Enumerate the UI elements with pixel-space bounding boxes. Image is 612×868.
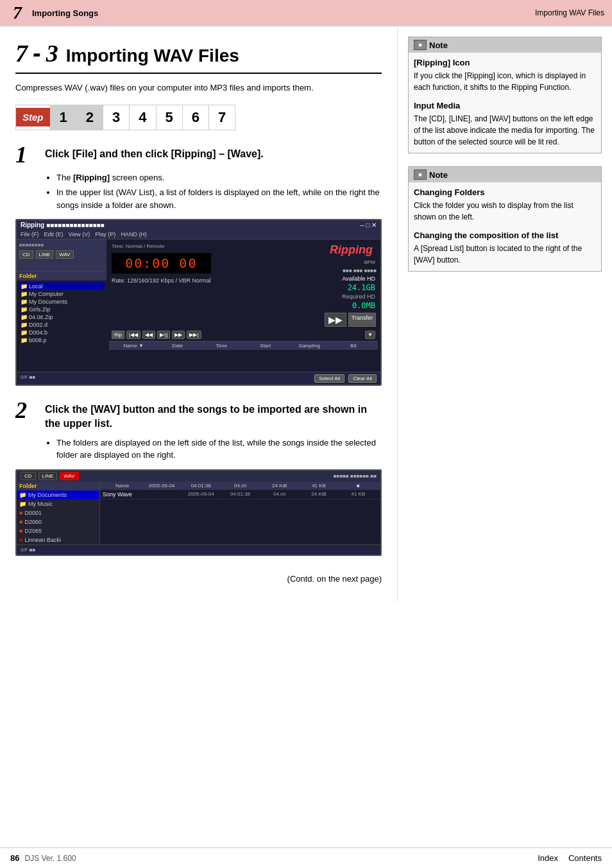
btn-select-all: Select All <box>314 374 344 383</box>
col-name: Name ▼ <box>112 343 156 349</box>
ss1-list-area <box>109 350 378 369</box>
folder-icon-b008: 📁 <box>21 337 28 343</box>
ss2-col-ch: 04.ch <box>222 483 259 489</box>
bold-ripping: [Ripping] <box>73 173 110 182</box>
ss2-song-ch: 04.ch <box>260 491 299 497</box>
note-1-text-2: The [CD], [LINE], and [WAV] buttons on t… <box>414 113 596 148</box>
note-2-text-1: Click the folder you wish to display fro… <box>414 200 596 223</box>
nav-fwd: ▶▶ <box>325 313 346 327</box>
version-label: DJS Ver. 1.600 <box>24 854 76 863</box>
contd-text: (Contd. on the next page) <box>15 569 382 589</box>
step-4: 4 <box>129 105 155 130</box>
ss1-hdd-req-val: 0.0MB <box>323 300 378 311</box>
bullet-1-1: The [Ripping] screen opens. <box>56 171 382 184</box>
ss2-folder-mydocs: 📁 My Documents <box>17 490 99 499</box>
ss2-song-name: Sony Wave <box>103 491 182 498</box>
ctrl-play: ▶/|| <box>157 331 170 339</box>
page-title-area: 7 - 3 Importing WAV Files <box>15 39 382 67</box>
col-bit: Bit <box>332 343 376 349</box>
folder-d002: 📁 D002.d <box>19 321 105 329</box>
step-1-number: 1 <box>15 143 38 166</box>
step-2-title: Click the [WAV] button and the songs to … <box>45 399 382 431</box>
ss2-folder-header: Folder <box>17 482 99 490</box>
folder-mydocs: 📁 My Documents <box>19 298 105 306</box>
note-box-2: ■ Note Changing Folders Click the folder… <box>408 166 602 272</box>
title-chapter-num: 7 <box>15 39 28 67</box>
folder-icon-d004: 📁 <box>21 329 28 336</box>
ss1-top-row: Time: Normal / Remote 00:00 00 Rate: 128… <box>109 242 378 329</box>
ss1-hdd-available: Available HD <box>323 275 378 282</box>
note-1-subtitle-1: [Ripping] Icon <box>414 58 596 67</box>
ss1-input-btns: CD LINE WAV <box>19 250 104 259</box>
step-1-title: Click [File] and then click [Ripping] – … <box>45 143 264 161</box>
footer-links: Index Contents <box>538 853 602 863</box>
ss2-icon-mymusic: 📁 <box>19 501 26 507</box>
ss2-folder-d2065: ■ D2065 <box>17 526 99 535</box>
ss2-icon-d0001: ■ <box>19 510 22 516</box>
menu-edit: Edit (E) <box>44 231 64 238</box>
header-bar: 7 Importing Songs Importing WAV Files <box>0 0 612 26</box>
folder-d004: 📁 D004.b <box>19 329 105 336</box>
ctrl-next: ▶▶ <box>172 331 185 339</box>
ss2-bottom: 0/F ■■ <box>17 544 380 555</box>
note-2-icon: ■ <box>414 169 427 180</box>
ss2-folder-d0001: ■ D0001 <box>17 508 99 517</box>
ss2-col-date: 2005-09-04 <box>143 483 180 489</box>
ss1-body: ■■■■■■■■ CD LINE WAV Folder 📁 Local 📁 My… <box>17 239 380 372</box>
note-2-title: Note <box>429 170 448 180</box>
index-link[interactable]: Index <box>538 853 558 863</box>
ss1-hdd-required: Required HD <box>323 293 378 300</box>
ss1-rate-text: Rate: 128/160/192 Kbps / VBR Normal <box>109 276 214 285</box>
ss1-left-panels: ■■■■■■■■ CD LINE WAV Folder 📁 Local 📁 My… <box>17 239 106 372</box>
btn-cd: CD <box>19 250 33 259</box>
ss1-page-indicator: 0/F ■■ <box>21 374 35 383</box>
note-1-subtitle-2: Input Media <box>414 101 596 110</box>
folder-mycomputer: 📁 My Computer <box>19 290 105 298</box>
step-1: 1 <box>50 105 76 130</box>
bullet-1-2: In the upper list (WAV List), a list of … <box>56 186 382 211</box>
ss2-icon-d2065: ■ <box>19 528 22 534</box>
ctrl-next-next: ▶▶| <box>187 331 201 339</box>
screenshot-1: Ripping ■■■■■■■■■■■■■■■ – □ ✕ File (F) E… <box>15 219 382 386</box>
title-sub-num: 3 <box>46 39 58 67</box>
ss1-menubar: File (F) Edit (E) View (V) Play (P) HAND… <box>17 230 380 239</box>
ss1-nav-btns: ▶▶ Transfer <box>323 311 378 329</box>
step-3: 3 <box>103 105 129 130</box>
contents-link[interactable]: Contents <box>568 853 602 863</box>
main-layout: 7 - 3 Importing WAV Files Compresses WAV… <box>0 26 612 602</box>
folder-icon-mydocs: 📁 <box>21 299 28 305</box>
note-1-text-1: If you click the [Ripping] icon, which i… <box>414 70 596 93</box>
ss2-song-size: 24 KiB <box>299 491 338 497</box>
ss1-dj-area: ■■■■■■■■ CD LINE WAV <box>17 239 106 272</box>
step-section-1: 1 Click [File] and then click [Ripping] … <box>15 143 382 386</box>
chapter-title: Importing Songs <box>32 8 98 18</box>
left-content: 7 - 3 Importing WAV Files Compresses WAV… <box>0 26 398 602</box>
note-2-subtitle-1: Changing Folders <box>414 187 596 197</box>
step-5: 5 <box>156 105 182 130</box>
bullet-2-1: The folders are displayed on the left si… <box>56 437 382 462</box>
ss2-body: Folder 📁 My Documents 📁 My Music ■ D0001… <box>17 482 380 544</box>
ss1-bpm-label: BPM <box>323 258 378 266</box>
btn-wav: WAV <box>56 250 73 259</box>
ss2-col-extra: 41 KB <box>300 483 337 489</box>
folder-d406: 📁 04.06.Zip <box>19 313 105 321</box>
ss2-song-date: 2005-09-04 <box>182 491 221 497</box>
note-box-1: ■ Note [Ripping] Icon If you click the [… <box>408 37 602 153</box>
ss1-title: Ripping ■■■■■■■■■■■■■■■ <box>21 221 105 229</box>
title-dash: - <box>33 40 41 67</box>
nav-transfer: Transfer <box>348 313 376 327</box>
ss2-btn-cd: CD <box>21 472 36 480</box>
step-2-heading: 2 Click the [WAV] button and the songs t… <box>15 399 382 431</box>
title-text: Importing WAV Files <box>66 46 239 66</box>
menu-view: View (V) <box>69 231 90 238</box>
col-sampling: Sampling <box>287 343 332 349</box>
footer-left: 86 DJS Ver. 1.600 <box>10 853 76 863</box>
screenshot-2: CD LINE WAV ■■■■■ ■■■■■■ ■■ Folder 📁 My … <box>15 469 382 556</box>
footer: 86 DJS Ver. 1.600 Index Contents <box>0 847 612 868</box>
step-1-bullets: The [Ripping] screen opens. In the upper… <box>46 171 382 212</box>
ss2-col-last: ■ <box>340 483 377 489</box>
ss2-right-area: Name 2005-09-04 04:01:38 04.ch 24 KiB 41… <box>100 482 380 544</box>
ss2-btn-wav: WAV <box>60 472 78 480</box>
step-label: Step <box>16 108 50 126</box>
folder-icon-girls: 📁 <box>21 306 28 313</box>
